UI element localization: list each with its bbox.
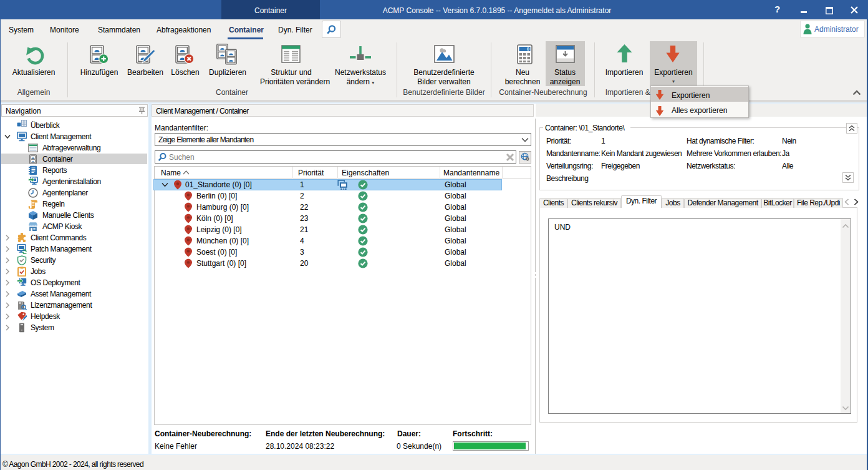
svg-text:0: 0 bbox=[527, 47, 529, 51]
